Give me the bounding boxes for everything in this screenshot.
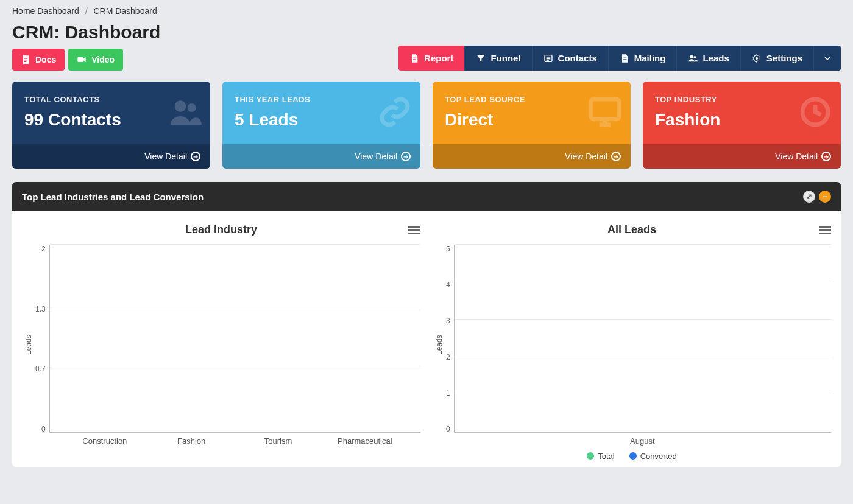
plot-grid (49, 245, 420, 433)
y-tick: 2 (446, 353, 450, 362)
docs-label: Docs (35, 55, 56, 65)
chart-menu-button[interactable] (408, 226, 420, 234)
svg-point-14 (694, 56, 696, 58)
svg-point-17 (188, 103, 196, 112)
page-title: CRM: Dashboard (12, 22, 160, 43)
charts-panel: Top Lead Industries and Lead Conversion … (12, 182, 841, 467)
tab-mailing[interactable]: Mailing (609, 46, 678, 71)
stat-cards-row: TOTAL CONTACTS 99 Contacts View Detail ➔… (12, 82, 841, 169)
chart-menu-button[interactable] (819, 226, 831, 234)
svg-rect-4 (78, 57, 83, 62)
panel-title: Top Lead Industries and Lead Conversion (22, 192, 204, 202)
x-tick: Fashion (148, 436, 235, 446)
view-detail-label: View Detail (355, 152, 397, 161)
x-tick: August (466, 436, 819, 446)
document-icon (620, 54, 629, 63)
x-axis-labels: August (454, 433, 831, 446)
legend-item[interactable]: Converted (629, 452, 677, 461)
view-detail-link[interactable]: View Detail ➔ (643, 144, 841, 169)
y-tick: 1.3 (35, 305, 46, 313)
docs-button[interactable]: Docs (12, 49, 65, 71)
panel-expand-button[interactable]: ⤢ (803, 191, 815, 203)
tab-more-dropdown[interactable] (814, 46, 841, 71)
plot-grid (454, 245, 831, 433)
y-tick: 0.7 (35, 365, 46, 373)
x-tick: Tourism (235, 436, 321, 446)
tab-label: Settings (766, 53, 802, 63)
video-label: Video (91, 55, 115, 65)
chart-bars (455, 245, 831, 432)
svg-rect-3 (24, 61, 26, 62)
view-detail-label: View Detail (144, 152, 187, 161)
svg-rect-5 (413, 57, 416, 58)
document-icon (21, 55, 30, 65)
tab-report[interactable]: Report (398, 46, 465, 71)
svg-point-13 (690, 55, 693, 58)
tab-leads[interactable]: Leads (677, 46, 740, 71)
tab-label: Mailing (634, 53, 666, 63)
tab-label: Leads (703, 53, 729, 63)
users-icon (688, 54, 698, 63)
svg-rect-6 (413, 59, 416, 60)
x-axis-labels: ConstructionFashionTourismPharmaceutical (49, 433, 420, 446)
y-axis-label: Leads (433, 245, 444, 446)
y-tick: 0 (446, 425, 450, 433)
y-tick: 3 (446, 317, 450, 325)
y-tick: 1 (446, 389, 450, 397)
chart-legend: TotalConverted (433, 452, 831, 461)
video-button[interactable]: Video (68, 49, 123, 71)
chevron-down-icon (823, 54, 832, 63)
legend-swatch (587, 452, 594, 460)
svg-rect-11 (623, 57, 626, 58)
list-icon (543, 54, 553, 63)
legend-swatch (629, 452, 637, 460)
y-tick: 4 (446, 281, 450, 289)
stat-card-top-source: TOP LEAD SOURCE Direct View Detail ➔ (433, 82, 631, 169)
y-axis-ticks: 543210 (444, 245, 454, 446)
arrow-right-icon: ➔ (611, 152, 621, 161)
stat-card-top-industry: TOP INDUSTRY Fashion View Detail ➔ (643, 82, 841, 169)
chart-lead-industry: Lead Industry Leads 21.30.70 Constructio… (22, 223, 420, 461)
tab-label: Report (424, 53, 453, 63)
legend-item[interactable]: Total (587, 452, 614, 461)
main-tabs: Report Funnel Contacts Mailing Leads Set… (398, 46, 841, 71)
tab-funnel[interactable]: Funnel (465, 46, 532, 71)
tab-label: Funnel (490, 53, 520, 63)
y-axis-label: Leads (22, 245, 33, 446)
arrow-right-icon: ➔ (191, 152, 200, 161)
filter-icon (476, 54, 486, 63)
panel-collapse-button[interactable]: − (819, 191, 831, 203)
svg-point-15 (756, 57, 758, 60)
view-detail-link[interactable]: View Detail ➔ (12, 144, 210, 169)
svg-rect-2 (24, 60, 27, 60)
breadcrumb-separator: / (85, 6, 88, 16)
video-icon (77, 55, 87, 65)
y-axis-ticks: 21.30.70 (33, 245, 49, 446)
svg-rect-1 (24, 58, 27, 58)
breadcrumb-home[interactable]: Home Dashboard (12, 6, 79, 16)
svg-rect-12 (623, 59, 626, 60)
stat-card-year-leads: THIS YEAR LEADS 5 Leads View Detail ➔ (222, 82, 420, 169)
tab-settings[interactable]: Settings (741, 46, 814, 71)
y-tick: 2 (41, 245, 46, 253)
file-pdf-icon (409, 54, 419, 63)
chart-title: Lead Industry (34, 223, 408, 236)
y-tick: 5 (446, 245, 450, 253)
view-detail-link[interactable]: View Detail ➔ (433, 144, 631, 169)
stat-label: TOTAL CONTACTS (24, 95, 198, 104)
breadcrumb: Home Dashboard / CRM Dashboard (12, 0, 841, 22)
tab-label: Contacts (558, 53, 597, 63)
chart-bars (50, 245, 420, 432)
arrow-right-icon: ➔ (401, 152, 411, 161)
stat-label: THIS YEAR LEADS (235, 95, 408, 104)
stat-label: TOP INDUSTRY (655, 95, 829, 104)
view-detail-link[interactable]: View Detail ➔ (222, 144, 420, 169)
tab-contacts[interactable]: Contacts (533, 46, 609, 71)
breadcrumb-current[interactable]: CRM Dashboard (93, 6, 157, 16)
gears-icon (752, 54, 762, 63)
chart-title: All Leads (445, 223, 819, 236)
view-detail-label: View Detail (775, 152, 818, 161)
arrow-right-icon: ➔ (821, 152, 831, 161)
x-tick: Pharmaceutical (322, 436, 408, 446)
stat-card-total-contacts: TOTAL CONTACTS 99 Contacts View Detail ➔ (12, 82, 210, 169)
